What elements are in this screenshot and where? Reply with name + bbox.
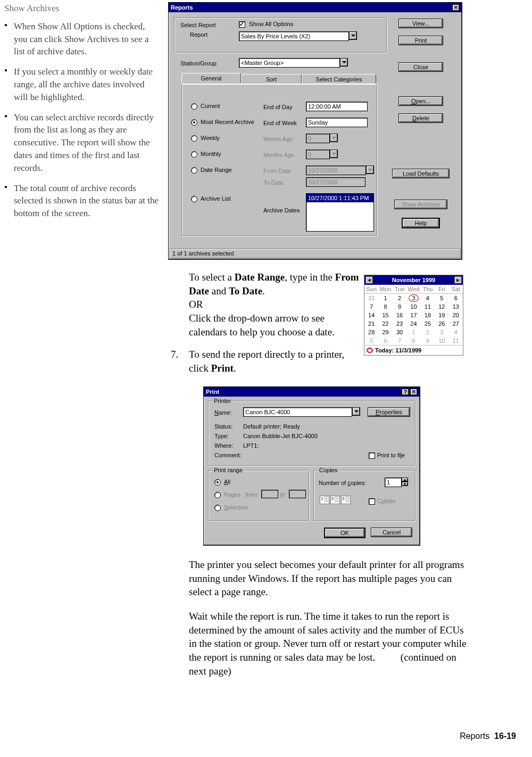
calendar-day[interactable]: 18 — [421, 311, 435, 319]
radio-all[interactable]: All — [214, 479, 230, 486]
radio-archive-list[interactable]: Archive List — [191, 195, 231, 202]
calendar-day[interactable]: 23 — [393, 319, 406, 328]
close-button[interactable]: Close — [398, 62, 443, 72]
radio-monthly[interactable]: Monthly — [191, 151, 221, 158]
titlebar[interactable]: Reports ✕ — [169, 3, 462, 12]
label-where: Where: — [214, 442, 233, 449]
date-range-instructions: To select a Date Range, type in the From… — [189, 270, 359, 339]
calendar-day[interactable]: 2 — [393, 294, 406, 302]
calendar-day[interactable]: 8 — [378, 302, 392, 311]
radio-date-range[interactable]: Date Range — [191, 167, 232, 174]
calendar-day[interactable]: 7 — [393, 336, 406, 345]
sidebar-bullet: When Show All Options is checked, you ca… — [4, 20, 160, 58]
calendar-day[interactable]: 22 — [378, 319, 392, 328]
help-button[interactable]: Help — [402, 218, 440, 228]
label-comment: Comment: — [214, 452, 242, 458]
calendar-day[interactable]: 10 — [406, 302, 420, 311]
calendar-day[interactable]: 1 — [378, 294, 392, 302]
label-to: to: — [280, 491, 287, 498]
tab-select-categories[interactable]: Select Categories — [302, 74, 376, 84]
show-archives-button[interactable]: Show Archives — [394, 200, 447, 209]
close-icon[interactable]: ✕ — [410, 389, 418, 396]
calendar-day-header: Fri — [435, 285, 448, 294]
calendar-day[interactable]: 1 — [406, 328, 420, 336]
end-of-week-field[interactable]: Sunday — [306, 118, 368, 127]
prev-month-icon[interactable]: ◄ — [365, 276, 373, 284]
calendar-day[interactable]: 4 — [421, 294, 435, 302]
calendar-popup[interactable]: ◄ November 1999 ► SunMonTueWedThuFriSat … — [364, 275, 463, 356]
archive-list-item[interactable]: 10/27/2000 1:11:43 PM — [306, 194, 373, 202]
radio-weekly[interactable]: Weekly — [191, 135, 220, 142]
view-button[interactable]: View... — [398, 19, 443, 28]
station-group-dropdown[interactable]: <Master Group> — [239, 58, 348, 68]
calendar-day[interactable]: 19 — [435, 311, 448, 319]
load-defaults-button[interactable]: Load Defaults — [392, 169, 450, 178]
cancel-button[interactable]: Cancel — [371, 528, 412, 537]
calendar-day[interactable]: 24 — [406, 319, 420, 328]
calendar-day[interactable]: 9 — [421, 336, 435, 345]
calendar-day[interactable]: 30 — [393, 328, 406, 336]
calendar-day[interactable]: 20 — [449, 311, 463, 319]
chevron-down-icon[interactable] — [352, 407, 360, 416]
titlebar[interactable]: Print ? ✕ — [204, 387, 420, 397]
calendar-day[interactable]: 13 — [449, 302, 463, 311]
report-dropdown[interactable]: Sales By Price Levels (X2) — [239, 31, 357, 41]
end-of-day-field[interactable]: 12:00:00 AM — [306, 102, 368, 111]
archive-list[interactable]: 10/27/2000 1:11:43 PM — [306, 193, 374, 232]
calendar-day[interactable]: 14 — [364, 311, 378, 319]
calendar-day[interactable]: 8 — [406, 336, 420, 345]
chevron-down-icon[interactable] — [340, 58, 348, 67]
calendar-day[interactable]: 11 — [421, 302, 435, 311]
pages-to-field — [289, 490, 306, 498]
calendar-day[interactable]: 15 — [378, 311, 392, 319]
calendar-day[interactable]: 25 — [421, 319, 435, 328]
calendar-day[interactable]: 28 — [364, 328, 378, 336]
page-footer: Reports 16-19 — [460, 731, 516, 741]
show-all-options-check[interactable]: Show All Options — [239, 21, 293, 28]
calendar-today-row[interactable]: Today: 11/3/1999 — [364, 345, 463, 355]
calendar-day[interactable]: 6 — [449, 294, 463, 302]
copies-spinner[interactable]: 1 — [385, 478, 408, 487]
next-month-icon[interactable]: ► — [454, 276, 462, 284]
spin-down-icon[interactable] — [402, 482, 408, 486]
calendar-day[interactable]: 5 — [364, 336, 378, 345]
calendar-day[interactable]: 2 — [421, 328, 435, 336]
calendar-day[interactable]: 6 — [378, 336, 392, 345]
open-button[interactable]: Open... — [398, 96, 443, 106]
calendar-day[interactable]: 9 — [393, 302, 406, 311]
calendar-day[interactable]: 3 — [406, 294, 420, 302]
calendar-day[interactable]: 10 — [435, 336, 448, 345]
calendar-day[interactable]: 4 — [449, 328, 463, 336]
calendar-day[interactable]: 17 — [406, 311, 420, 319]
calendar-day[interactable]: 16 — [393, 311, 406, 319]
calendar-day[interactable]: 21 — [364, 319, 378, 328]
print-button[interactable]: Print — [398, 36, 443, 45]
spin-up-icon[interactable] — [402, 478, 408, 482]
from-date-field: 10/27/2000 — [306, 166, 374, 175]
ok-button[interactable]: OK — [324, 528, 365, 538]
radio-most-recent-archive[interactable]: Most Recent Archive — [191, 119, 254, 126]
sidebar-bullet: You can select archive records directly … — [4, 111, 160, 175]
calendar-day[interactable]: 27 — [449, 319, 463, 328]
close-icon[interactable]: ✕ — [452, 4, 460, 11]
print-to-file-check[interactable]: Print to file — [369, 452, 405, 459]
label-printer-name: Name: — [214, 409, 231, 416]
calendar-day[interactable]: 5 — [435, 294, 448, 302]
properties-button[interactable]: Properties — [368, 407, 410, 417]
tab-general[interactable]: General — [181, 73, 241, 83]
calendar-day[interactable]: 7 — [364, 302, 378, 311]
calendar-day[interactable]: 3 — [435, 328, 448, 336]
delete-button[interactable]: Delete — [398, 113, 443, 123]
help-icon[interactable]: ? — [402, 389, 409, 396]
radio-current[interactable]: Current — [191, 103, 220, 110]
calendar-day-header: Tue — [393, 285, 406, 294]
chevron-down-icon[interactable] — [349, 31, 357, 40]
printer-name-dropdown[interactable]: Canon BJC-4000 — [243, 407, 360, 417]
calendar-day[interactable]: 31 — [364, 294, 378, 302]
calendar-day[interactable]: 11 — [449, 336, 463, 345]
calendar-day[interactable]: 29 — [378, 328, 392, 336]
calendar-day[interactable]: 12 — [435, 302, 448, 311]
calendar-day[interactable]: 26 — [435, 319, 448, 328]
to-date-field: 10/27/2000 — [306, 177, 365, 187]
tab-sort[interactable]: Sort — [241, 74, 302, 84]
